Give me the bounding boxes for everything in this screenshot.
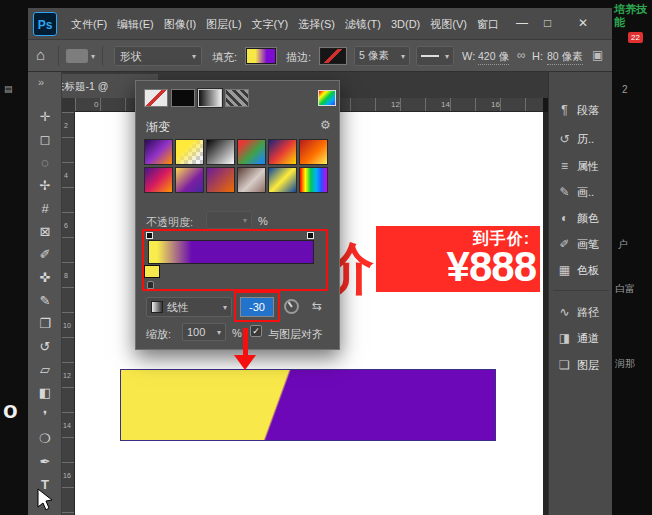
panel-tab-swatches[interactable]: ▦ 色板 (557, 260, 599, 280)
ruler-number: 0 (94, 100, 98, 109)
gradient-preset[interactable] (268, 167, 297, 193)
promo-banner[interactable]: 到手价: ¥888 (376, 226, 540, 292)
stroke-type-dropdown[interactable]: ▾ (416, 46, 454, 66)
color-icon: ◐ (557, 211, 572, 225)
rectangular-marquee-tool[interactable]: ◻ (34, 131, 56, 149)
gradient-preset[interactable] (299, 139, 328, 165)
gradient-section-label: 渐变 (146, 119, 170, 136)
panel-tab-properties[interactable]: ≡ 属性 (557, 156, 599, 176)
chevron-down-icon: ▾ (401, 52, 405, 61)
clone-stamp-tool[interactable]: ❐ (34, 315, 56, 333)
menu-file[interactable]: 文件(F) (66, 17, 112, 32)
fill-swatch[interactable] (246, 48, 276, 64)
options-panel-icon[interactable]: ▣ (592, 48, 603, 62)
eraser-tool[interactable]: ▱ (34, 361, 56, 379)
brush-tool[interactable]: ✎ (34, 292, 56, 310)
gradient-preset[interactable] (268, 139, 297, 165)
gradient-result-shape[interactable] (120, 369, 496, 441)
angle-dial[interactable] (284, 299, 299, 314)
menu-3d[interactable]: 3D(D) (386, 18, 425, 30)
chevron-down-icon: ▾ (445, 52, 449, 61)
panel-tab-brushes[interactable]: ✐ 画笔 (557, 234, 599, 254)
shape-mode-dropdown[interactable]: 形状 ▾ (114, 46, 202, 66)
opacity-dropdown[interactable]: ▾ (206, 211, 252, 229)
reverse-gradient-icon[interactable]: ⇆ (312, 299, 322, 313)
height-value[interactable]: 80 像素 (547, 50, 583, 65)
gradient-preset[interactable] (175, 167, 204, 193)
gradient-preset[interactable] (144, 167, 173, 193)
lasso-tool[interactable]: ◌ (34, 154, 56, 172)
panel-dock: ¶ 段落 ↺ 历.. ≡ 属性 ✎ 画.. ◐ 颜色 ✐ 画笔 ▦ 色板 ∿ (548, 72, 612, 515)
gradient-tool[interactable]: ◧ (34, 384, 56, 402)
chevron-down-icon[interactable]: ▾ (91, 52, 95, 61)
angle-input[interactable]: -30 (240, 297, 274, 317)
fill-none-button[interactable] (144, 89, 168, 107)
link-dimensions-icon[interactable]: ∞ (517, 48, 526, 62)
blur-tool[interactable]: ❜ (34, 407, 56, 425)
panel-tab-channels[interactable]: ◨ 通道 (557, 328, 599, 348)
panel-tab-paragraph[interactable]: ¶ 段落 (557, 100, 599, 120)
scale-value: 100 (187, 326, 205, 338)
mouse-cursor (36, 488, 54, 512)
gradient-style-dropdown[interactable]: 线性 ▾ (146, 297, 232, 317)
fill-solid-button[interactable] (171, 89, 195, 107)
gear-icon[interactable]: ⚙ (320, 118, 331, 132)
gradient-preset[interactable] (299, 167, 328, 193)
history-brush-tool[interactable]: ↺ (34, 338, 56, 356)
panel-tab-brush-settings[interactable]: ✎ 画.. (557, 182, 594, 202)
tool-preset-button[interactable] (66, 49, 88, 63)
gradient-preset[interactable] (237, 167, 266, 193)
menu-edit[interactable]: 编辑(E) (112, 17, 159, 32)
scale-dropdown[interactable]: 100 ▾ (182, 323, 226, 341)
gradient-preset[interactable] (206, 167, 235, 193)
healing-brush-tool[interactable]: ✜ (34, 269, 56, 287)
desktop-background-top (28, 0, 612, 8)
panel-tab-color[interactable]: ◐ 颜色 (557, 208, 599, 228)
menu-view[interactable]: 视图(V) (425, 17, 472, 32)
photoshop-logo: Ps (33, 12, 57, 36)
menu-type[interactable]: 文字(Y) (247, 17, 294, 32)
color-picker-button[interactable] (318, 90, 336, 106)
fill-pattern-button[interactable] (225, 89, 249, 107)
pen-tool[interactable]: ✒ (34, 453, 56, 471)
eyedropper-tool[interactable]: ✐ (34, 246, 56, 264)
opacity-label: 不透明度: (146, 215, 193, 230)
gradient-preset[interactable] (175, 139, 204, 165)
color-stop-yellow[interactable] (144, 265, 160, 278)
panel-tab-paths[interactable]: ∿ 路径 (557, 302, 599, 322)
maximize-button[interactable]: □ (544, 16, 551, 30)
home-button[interactable]: ⌂ (36, 46, 45, 63)
background-fragment: 2 (622, 84, 628, 95)
gradient-preset[interactable] (206, 139, 235, 165)
toolbar-collapse-icon[interactable]: » (38, 76, 44, 88)
gradient-editor-bar[interactable] (148, 240, 314, 264)
dodge-tool[interactable]: ❍ (34, 430, 56, 448)
stroke-width-dropdown[interactable]: 5 像素 ▾ (354, 46, 410, 66)
opacity-stop-left[interactable] (146, 232, 153, 239)
panel-tab-history[interactable]: ↺ 历.. (557, 129, 594, 149)
background-badge: 22 (628, 32, 643, 43)
menu-select[interactable]: 选择(S) (293, 17, 340, 32)
menu-image[interactable]: 图像(I) (159, 17, 201, 32)
move-tool[interactable]: ✛ (34, 108, 56, 126)
width-label: W: (462, 50, 475, 62)
paragraph-icon: ¶ (557, 103, 572, 117)
align-with-layer-checkbox[interactable]: ✓ (250, 325, 262, 337)
ruler-number: 12 (391, 100, 400, 109)
quick-selection-tool[interactable]: ✢ (34, 177, 56, 195)
menu-filter[interactable]: 滤镜(T) (340, 17, 386, 32)
stroke-swatch[interactable] (320, 48, 346, 64)
close-button[interactable]: ✕ (578, 16, 588, 30)
minimize-button[interactable]: — (516, 16, 528, 30)
gradient-preset[interactable] (144, 139, 173, 165)
panel-tab-layers[interactable]: ❏ 图层 (557, 355, 599, 375)
frame-tool[interactable]: ⊠ (34, 223, 56, 241)
menu-layer[interactable]: 图层(L) (201, 17, 246, 32)
width-value[interactable]: 420 像 (478, 50, 509, 65)
crop-tool[interactable]: # (34, 200, 56, 218)
stroke-width-value: 5 像素 (359, 49, 389, 63)
gradient-preset[interactable] (237, 139, 266, 165)
fill-gradient-button[interactable] (198, 89, 222, 107)
menu-window[interactable]: 窗口 (472, 17, 504, 32)
opacity-stop-right[interactable] (307, 232, 314, 239)
